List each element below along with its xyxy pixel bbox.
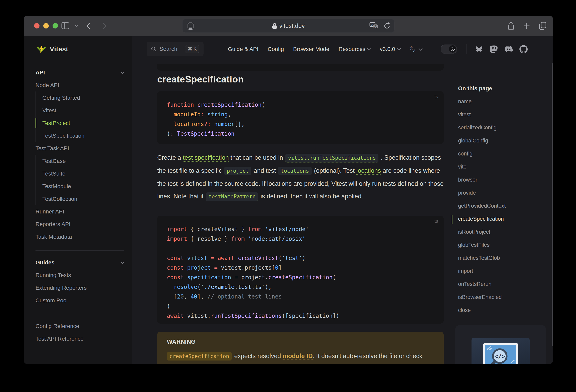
toc-item-createspecification[interactable]: createSpecification <box>452 212 553 225</box>
code-block-example: ts import { createVitest } from 'vitest/… <box>157 216 444 324</box>
minimize-window-button[interactable] <box>43 23 49 29</box>
text-run: expects resolved <box>232 353 283 360</box>
page-scrollbar[interactable] <box>552 63 553 346</box>
inline-code: createSpecification <box>167 352 232 361</box>
sidebar-item-reporters-api[interactable]: Reporters API <box>35 218 124 231</box>
reload-icon[interactable] <box>383 22 391 30</box>
code-line: moduleId: string, <box>167 110 434 119</box>
chevron-down-icon <box>120 260 125 264</box>
browser-toolbar: vitest.dev A 文 <box>24 16 553 36</box>
toc-item-globalconfig[interactable]: globalConfig <box>452 134 553 147</box>
sidebar-item-test-task-api[interactable]: Test Task API <box>35 142 124 155</box>
sidebar-item-testmodule[interactable]: TestModule <box>42 180 124 193</box>
search-button[interactable]: Search ⌘ K <box>147 42 203 56</box>
address-bar[interactable]: vitest.dev A 文 <box>182 19 395 33</box>
description-paragraph: Create a test specification that can be … <box>157 151 445 203</box>
sidebar-item-custom-pool[interactable]: Custom Pool <box>35 294 124 307</box>
sidebar-item-testproject[interactable]: TestProject <box>42 117 124 129</box>
toc-item-vitest[interactable]: vitest <box>452 108 553 121</box>
toc-item-isrootproject[interactable]: isRootProject <box>452 225 553 239</box>
search-shortcut: ⌘ K <box>185 45 199 53</box>
back-button[interactable] <box>86 22 91 30</box>
bluesky-icon[interactable] <box>475 45 483 53</box>
sidebar-section-guides[interactable]: Guides <box>35 256 124 269</box>
toc-list: namevitestserializedConfigglobalConfigco… <box>452 95 553 317</box>
nav-item-guide-api[interactable]: Guide & API <box>228 46 259 52</box>
sidebar-item-extending-reporters[interactable]: Extending Reporters <box>35 281 124 294</box>
new-tab-icon[interactable] <box>523 22 531 30</box>
code-line: [20, 40], // optional test lines <box>167 292 434 302</box>
toc-item-matchestestglob[interactable]: matchesTestGlob <box>452 252 553 265</box>
toc-item-provide[interactable]: provide <box>452 186 553 199</box>
sidebar-item-runner-api[interactable]: Runner API <box>35 205 124 218</box>
sidebar-item-config-reference[interactable]: Config Reference <box>35 320 124 332</box>
inline-code: locations <box>278 167 312 175</box>
nav-item-v3-0-0[interactable]: v3.0.0 <box>380 46 400 52</box>
toc-item-name[interactable]: name <box>452 95 553 108</box>
screenshot-root: { "colors":{"brand":"#a8d35c","page_bg":… <box>0 0 576 392</box>
text-run: and test <box>252 167 278 174</box>
toc-item-isbrowserenabled[interactable]: isBrowserEnabled <box>452 291 553 304</box>
close-window-button[interactable] <box>34 23 39 29</box>
sidebar-section-label: API <box>35 69 45 76</box>
inline-link[interactable]: vitest.runTestSpecifications <box>285 154 378 162</box>
toc-item-vite[interactable]: vite <box>452 160 553 173</box>
language-button[interactable]: 文 A <box>409 46 422 53</box>
toc-item-config[interactable]: config <box>452 147 553 160</box>
toc-title: On this page <box>452 82 553 95</box>
chevron-down-icon <box>120 70 125 74</box>
vitest-logo[interactable]: Vitest <box>36 36 68 62</box>
sidebar-item-vitest[interactable]: Vitest <box>42 104 124 117</box>
forward-button[interactable] <box>102 22 107 30</box>
navbar-divider <box>466 44 466 54</box>
toc-item-globtestfiles[interactable]: globTestFiles <box>452 239 553 252</box>
code-search-monitor-illustration: </> <box>477 341 525 364</box>
svg-text:</>: </> <box>494 353 505 360</box>
tab-overview-icon[interactable] <box>538 22 547 30</box>
code-line <box>167 244 434 253</box>
sidebar-item-getting-started[interactable]: Getting Started <box>42 91 124 104</box>
inline-link[interactable]: module ID <box>283 353 313 360</box>
sidebar-item-test-api-reference[interactable]: Test API Reference <box>35 332 124 345</box>
window-controls <box>34 23 58 29</box>
nav-item-resources[interactable]: Resources <box>339 46 371 52</box>
share-icon[interactable] <box>507 21 515 30</box>
text-run: that can be used in <box>229 154 285 161</box>
toc-item-ontestsrerun[interactable]: onTestsRerun <box>452 278 553 291</box>
nav-item-config[interactable]: Config <box>268 46 284 52</box>
sidebar-section-api[interactable]: API <box>35 66 124 79</box>
sidebar-toggle-icon[interactable] <box>61 22 70 30</box>
inline-link[interactable]: testNamePattern <box>206 192 258 201</box>
sponsor-card[interactable]: </> <box>455 325 546 364</box>
toc-item-serializedconfig[interactable]: serializedConfig <box>452 121 553 134</box>
sidebar: APINode APIGetting StartedVitestTestProj… <box>24 36 132 364</box>
nav-item-browser-mode[interactable]: Browser Mode <box>293 46 329 52</box>
discord-icon[interactable] <box>505 45 513 53</box>
warning-body: createSpecification expects resolved mod… <box>167 350 434 364</box>
inline-link[interactable]: locations <box>356 167 381 175</box>
text-run: Create a <box>157 154 183 161</box>
mastodon-icon[interactable] <box>490 45 498 53</box>
github-icon[interactable] <box>519 45 528 53</box>
theme-toggle[interactable] <box>441 45 457 54</box>
sidebar-item-testsuite[interactable]: TestSuite <box>42 167 124 180</box>
sidebar-item-testcollection[interactable]: TestCollection <box>42 193 124 205</box>
toc-item-import[interactable]: import <box>452 265 553 278</box>
sidebar-item-testspecification[interactable]: TestSpecification <box>42 129 124 142</box>
sidebar-item-running-tests[interactable]: Running Tests <box>35 269 124 281</box>
warning-callout: WARNING createSpecification expects reso… <box>157 332 444 364</box>
previous-codeblock-edge <box>157 64 444 71</box>
translate-icon[interactable]: A 文 <box>370 22 379 30</box>
toc-item-close[interactable]: close <box>452 304 553 317</box>
toc-item-getprovidedcontext[interactable]: getProvidedContext <box>452 199 553 212</box>
nav-item-label: v3.0.0 <box>380 46 395 52</box>
sidebar-item-testcase[interactable]: TestCase <box>42 155 124 167</box>
language-icon: 文 A <box>409 46 417 53</box>
sidebar-item-node-api[interactable]: Node API <box>35 79 124 91</box>
toc-item-browser[interactable]: browser <box>452 173 553 186</box>
sponsor-image: </> <box>471 338 530 364</box>
zoom-window-button[interactable] <box>53 23 58 29</box>
inline-link[interactable]: test specification <box>183 154 229 162</box>
sidebar-item-task-metadata[interactable]: Task Metadata <box>35 231 124 243</box>
sidebar-menu-chevron-icon[interactable] <box>74 25 78 27</box>
